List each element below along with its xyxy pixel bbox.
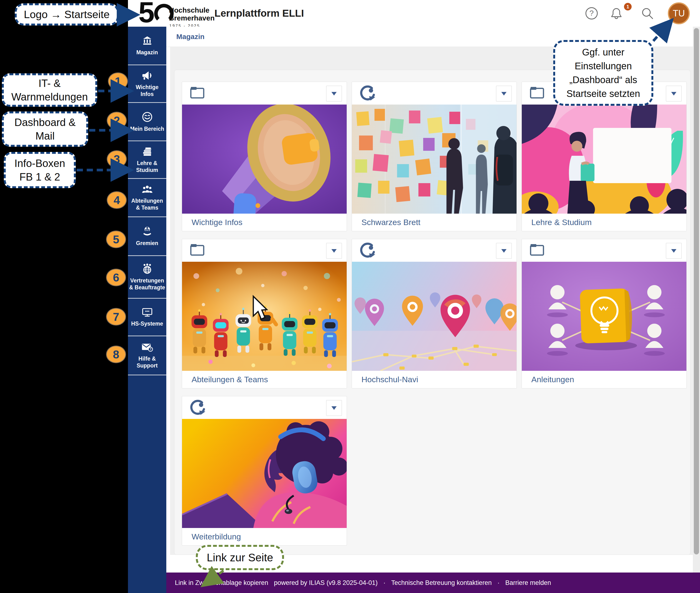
chevron-down-icon	[331, 92, 337, 95]
footer-separator: ·	[498, 579, 500, 587]
annotation-info-boxen: Info-Boxen FB 1 & 2	[4, 152, 76, 188]
bank-icon	[142, 35, 153, 46]
annotation-number-4: 4	[107, 191, 127, 209]
annotation-link-callout: Link zur Seite	[196, 545, 284, 570]
sidebar-item-abteilungen-teams[interactable]: Abteilungen & Teams	[128, 179, 166, 216]
annotation-dashboard-mail: Dashboard & Mail	[2, 112, 88, 147]
globe-people-icon	[141, 263, 153, 274]
notifications-icon[interactable]	[610, 7, 623, 20]
card-label[interactable]: Schwarzes Brett	[361, 218, 420, 227]
crossref-icon	[360, 242, 377, 259]
smiley-icon	[142, 111, 153, 123]
card-image-map-pins	[352, 262, 517, 371]
card-actions-dropdown[interactable]	[666, 243, 681, 259]
sidebar-item-gremien[interactable]: Gremien	[128, 217, 166, 255]
sidebar-item-hs-systeme[interactable]: *** HS-Systeme	[128, 299, 166, 335]
footer-copy-link[interactable]: Link in Zwischenablage kopieren	[175, 579, 268, 587]
card-actions-dropdown[interactable]	[496, 86, 512, 102]
card-actions-dropdown[interactable]	[666, 86, 681, 102]
footer-report-barrier-link[interactable]: Barriere melden	[505, 579, 551, 587]
card-image-headset-woman	[182, 419, 347, 528]
card-wichtige-infos[interactable]: Wichtige Infos	[182, 82, 347, 231]
logo-text: Hochschule Bremerhaven	[169, 6, 215, 22]
card-label[interactable]: Anleitungen	[531, 375, 574, 384]
card-weiterbildung[interactable]: Weiterbildung	[182, 396, 347, 546]
annotation-number-7: 7	[106, 308, 126, 325]
annotation-number-3: 3	[107, 150, 127, 168]
card-image-robots	[182, 262, 347, 371]
mail-help-icon: ?	[141, 342, 153, 352]
card-image-sticky-notes	[352, 105, 517, 213]
chevron-down-icon	[671, 92, 676, 95]
top-header-bar: 5 Hochschule Bremerhaven 1975 - 2025 Ler…	[128, 0, 700, 27]
sidebar-item-vertretungen-beauftragte[interactable]: Vertretungen & Beauftragte	[128, 256, 166, 298]
footer-bar: Link in Zwischenablage kopieren powered …	[166, 572, 700, 593]
chevron-down-icon	[331, 249, 337, 253]
sidebar-filler	[128, 375, 166, 593]
sidebar: Magazin Wichtige Infos Mein Bereich	[128, 27, 166, 593]
card-image-presentation	[522, 105, 687, 213]
folder-icon	[529, 85, 545, 100]
people-icon	[141, 184, 153, 195]
page: 5 Hochschule Bremerhaven 1975 - 2025 Ler…	[0, 0, 700, 593]
card-label[interactable]: Lehre & Studium	[531, 218, 592, 227]
committee-icon	[141, 226, 153, 237]
annotation-number-1: 1	[108, 72, 128, 90]
chevron-down-icon	[501, 249, 507, 253]
card-actions-dropdown[interactable]	[326, 400, 342, 416]
card-actions-dropdown[interactable]	[496, 243, 512, 259]
annotation-it-warnmeldungen: IT- & Warnmeldungen	[2, 73, 97, 107]
sidebar-item-hilfe-support[interactable]: ? Hilfe & Support	[128, 336, 166, 374]
chevron-down-icon	[331, 406, 337, 410]
search-icon[interactable]	[641, 7, 654, 20]
card-label[interactable]: Weiterbildung	[191, 532, 241, 541]
folder-icon	[529, 242, 545, 257]
sidebar-item-mein-bereich[interactable]: Mein Bereich	[128, 103, 166, 141]
scrollbar-thumb[interactable]	[694, 28, 699, 554]
svg-text:?: ?	[149, 348, 151, 351]
folder-icon	[190, 242, 205, 257]
annotation-logo-callout: Logo → Startseite	[15, 3, 119, 26]
books-icon	[141, 146, 153, 157]
card-label[interactable]: Abteilungen & Teams	[191, 375, 268, 384]
breadcrumb-item-magazin[interactable]: Magazin	[176, 33, 205, 41]
sidebar-item-magazin[interactable]: Magazin	[128, 27, 166, 65]
card-actions-dropdown[interactable]	[326, 243, 342, 259]
logo-50-number: 5	[139, 0, 153, 29]
card-abteilungen-teams[interactable]: Abteilungen & Teams	[182, 239, 347, 388]
card-image-megaphone	[182, 105, 347, 213]
card-label[interactable]: Hochschul-Navi	[361, 375, 418, 384]
chevron-down-icon	[501, 92, 507, 95]
sidebar-item-wichtige-infos[interactable]: Wichtige Infos	[128, 65, 166, 102]
folder-icon	[190, 85, 205, 100]
footer-separator: ·	[383, 579, 385, 587]
svg-text:***: ***	[145, 310, 149, 314]
footer-support-link[interactable]: Technische Betreuung kontaktieren	[391, 579, 492, 587]
card-label[interactable]: Wichtige Infos	[191, 218, 243, 227]
card-actions-dropdown[interactable]	[326, 86, 342, 102]
logo-hochschule-bremerhaven[interactable]: 5 Hochschule Bremerhaven 1975 - 2025	[139, 2, 217, 26]
card-image-lightbulb-network	[522, 262, 687, 371]
sidebar-item-lehre-studium[interactable]: Lehre & Studium	[128, 141, 166, 178]
annotation-number-2: 2	[107, 112, 127, 129]
crossref-icon	[190, 400, 207, 416]
megaphone-icon	[141, 70, 153, 81]
card-schwarzes-brett[interactable]: Schwarzes Brett	[352, 82, 517, 231]
crossref-icon	[360, 85, 377, 102]
avatar[interactable]: TU	[668, 2, 690, 24]
notification-badge: 1	[624, 3, 632, 10]
annotation-settings-callout: Ggf. unter Einstellungen „Dashboard“ als…	[553, 40, 653, 106]
annotation-number-6: 6	[106, 269, 126, 286]
footer-powered-by: powered by ILIAS (v9.8 2025-04-01)	[274, 579, 378, 587]
card-hochschul-navi[interactable]: Hochschul-Navi	[352, 239, 517, 388]
annotation-number-8: 8	[106, 346, 126, 363]
chevron-down-icon	[671, 249, 676, 253]
help-icon[interactable]: ?	[585, 7, 598, 20]
monitor-icon: ***	[141, 307, 153, 317]
card-anleitungen[interactable]: Anleitungen	[521, 239, 687, 388]
page-title: Lernplattform ELLI	[214, 8, 304, 19]
svg-text:?: ?	[589, 9, 594, 17]
annotation-number-5: 5	[106, 231, 126, 248]
